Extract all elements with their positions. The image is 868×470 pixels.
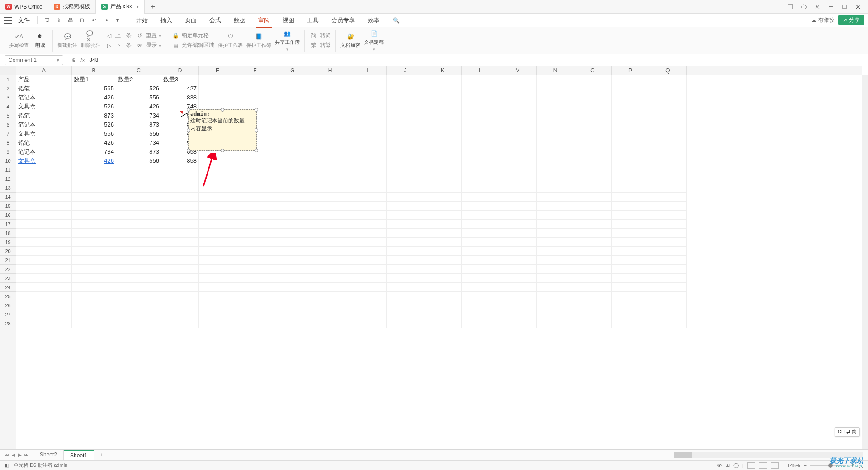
cell[interactable] bbox=[72, 265, 116, 274]
cell[interactable] bbox=[537, 165, 574, 174]
lock-cell-button[interactable]: 🔒锁定单元格 bbox=[171, 32, 214, 40]
cell[interactable] bbox=[462, 93, 499, 102]
fx-icon[interactable]: fx bbox=[80, 57, 85, 63]
cell[interactable] bbox=[499, 75, 537, 84]
cell[interactable] bbox=[612, 301, 649, 310]
save-icon[interactable]: 🖫 bbox=[42, 15, 52, 25]
cell[interactable] bbox=[537, 183, 574, 193]
menu-tab-数据[interactable]: 数据 bbox=[227, 14, 252, 27]
cell[interactable] bbox=[649, 120, 687, 129]
cell[interactable] bbox=[612, 120, 649, 129]
cell[interactable] bbox=[649, 238, 687, 247]
cell[interactable] bbox=[349, 301, 387, 310]
cell[interactable] bbox=[462, 229, 499, 238]
cell[interactable] bbox=[537, 247, 574, 256]
cell[interactable] bbox=[349, 283, 387, 292]
cell[interactable] bbox=[649, 310, 687, 319]
row-header[interactable]: 19 bbox=[0, 238, 16, 247]
cell[interactable] bbox=[199, 220, 236, 229]
cell[interactable] bbox=[349, 183, 387, 193]
cell[interactable] bbox=[116, 193, 161, 202]
col-header[interactable]: O bbox=[574, 66, 612, 75]
cell[interactable]: 426 bbox=[116, 102, 161, 111]
cell[interactable] bbox=[116, 211, 161, 220]
cell[interactable] bbox=[462, 147, 499, 156]
col-header[interactable]: A bbox=[16, 66, 72, 75]
cell[interactable] bbox=[462, 156, 499, 165]
cell[interactable] bbox=[116, 292, 161, 301]
cell[interactable] bbox=[424, 211, 462, 220]
cell[interactable] bbox=[311, 93, 349, 102]
cell[interactable] bbox=[311, 75, 349, 84]
cell[interactable] bbox=[236, 174, 274, 183]
cell[interactable] bbox=[574, 147, 612, 156]
qat-dropdown-icon[interactable]: ▾ bbox=[113, 15, 123, 25]
cell[interactable] bbox=[612, 93, 649, 102]
cell[interactable]: 556 bbox=[72, 129, 116, 138]
row-header[interactable]: 14 bbox=[0, 193, 16, 202]
cell[interactable] bbox=[161, 301, 199, 310]
cell[interactable]: 734 bbox=[72, 147, 116, 156]
cell[interactable] bbox=[462, 120, 499, 129]
cell[interactable] bbox=[72, 220, 116, 229]
cell[interactable] bbox=[424, 193, 462, 202]
cell[interactable] bbox=[537, 202, 574, 211]
col-header[interactable]: C bbox=[116, 66, 161, 75]
cell[interactable] bbox=[387, 247, 424, 256]
app-tab[interactable]: S产品.xlsx• bbox=[96, 0, 145, 14]
cell[interactable]: 产品 bbox=[16, 75, 72, 84]
to-traditional-button[interactable]: 繁转繁 bbox=[309, 42, 331, 50]
new-comment-button[interactable]: 💬新建批注 bbox=[57, 33, 77, 49]
doc-finalize-button[interactable]: 📄文档定稿▾ bbox=[364, 29, 384, 52]
cell[interactable] bbox=[274, 211, 311, 220]
cell[interactable] bbox=[387, 274, 424, 283]
menu-tab-效率[interactable]: 效率 bbox=[361, 14, 386, 27]
cell[interactable] bbox=[574, 156, 612, 165]
menu-tab-页面[interactable]: 页面 bbox=[179, 14, 203, 27]
cell[interactable] bbox=[574, 256, 612, 265]
cell[interactable] bbox=[649, 211, 687, 220]
cell[interactable]: 556 bbox=[116, 93, 161, 102]
resize-handle[interactable] bbox=[187, 149, 190, 152]
cell[interactable] bbox=[274, 238, 311, 247]
cell[interactable] bbox=[16, 229, 72, 238]
reset-comment-button[interactable]: ↺重置▾ bbox=[135, 32, 161, 40]
cell[interactable]: 数量2 bbox=[116, 75, 161, 84]
show-comment-button[interactable]: 👁显示▾ bbox=[135, 42, 161, 50]
cell[interactable] bbox=[311, 156, 349, 165]
cell[interactable] bbox=[161, 238, 199, 247]
cell[interactable] bbox=[462, 84, 499, 93]
cell[interactable] bbox=[499, 129, 537, 138]
cell[interactable] bbox=[349, 319, 387, 328]
ime-badge[interactable]: CH ⇄ 简 bbox=[835, 427, 860, 437]
cell[interactable] bbox=[424, 129, 462, 138]
cell[interactable] bbox=[349, 310, 387, 319]
row-header[interactable]: 21 bbox=[0, 256, 16, 265]
cell[interactable] bbox=[236, 211, 274, 220]
cell[interactable] bbox=[499, 202, 537, 211]
cell[interactable] bbox=[311, 174, 349, 183]
row-header[interactable]: 20 bbox=[0, 247, 16, 256]
cell[interactable] bbox=[649, 256, 687, 265]
cell[interactable] bbox=[537, 111, 574, 120]
cell[interactable]: 526 bbox=[72, 102, 116, 111]
cell[interactable]: 数量3 bbox=[161, 75, 199, 84]
cell[interactable] bbox=[116, 319, 161, 328]
cell[interactable] bbox=[387, 202, 424, 211]
cell[interactable] bbox=[499, 256, 537, 265]
cell[interactable] bbox=[499, 102, 537, 111]
cell[interactable] bbox=[72, 310, 116, 319]
resize-handle[interactable] bbox=[221, 149, 224, 152]
cell[interactable] bbox=[72, 256, 116, 265]
cell[interactable] bbox=[199, 84, 236, 93]
cell[interactable] bbox=[72, 301, 116, 310]
cell[interactable] bbox=[274, 156, 311, 165]
cell[interactable] bbox=[649, 319, 687, 328]
cell[interactable] bbox=[537, 193, 574, 202]
cell[interactable] bbox=[424, 265, 462, 274]
cell[interactable] bbox=[349, 256, 387, 265]
cell[interactable] bbox=[612, 111, 649, 120]
row-header[interactable]: 6 bbox=[0, 120, 16, 129]
cell[interactable] bbox=[311, 319, 349, 328]
cell[interactable] bbox=[16, 174, 72, 183]
